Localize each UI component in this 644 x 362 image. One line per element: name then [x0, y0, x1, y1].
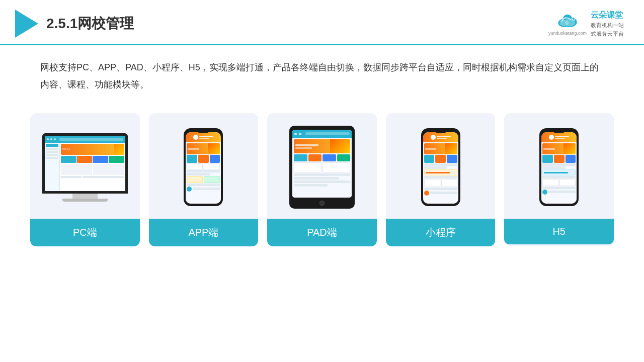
brand-logo: yunduoketang.com 云朵课堂 教育机构一站 式服务云平台 [548, 9, 624, 38]
logo-triangle-icon [15, 10, 38, 38]
card-h5-label: H5 [504, 219, 614, 244]
brand-cloud-icon: yunduoketang.com [548, 11, 587, 36]
brand-tagline2: 式服务云平台 [591, 30, 624, 38]
header-left: 2.5.1网校管理 [15, 10, 134, 38]
card-h5: H5 [504, 113, 614, 246]
header: 2.5.1网校管理 yunduoketang.com 云朵课堂 教育机构一站 [0, 0, 644, 45]
card-pad-label: PAD端 [267, 219, 377, 246]
cloud-svg-icon [554, 11, 581, 30]
brand-tagline1: 教育机构一站 [591, 21, 624, 30]
card-miniprogram-image [386, 113, 496, 219]
card-miniprogram-label: 小程序 [386, 219, 496, 246]
svg-point-5 [572, 17, 575, 20]
card-h5-image [504, 113, 614, 219]
phone-miniprogram-icon [418, 128, 463, 206]
brand-name: 云朵课堂 [591, 9, 624, 21]
card-pad: PAD端 [267, 113, 377, 246]
cards-container: 职通人的 [0, 103, 644, 246]
phone-app-icon [181, 128, 226, 206]
card-app-label: APP端 [149, 219, 259, 246]
brand-text: 云朵课堂 教育机构一站 式服务云平台 [591, 9, 624, 38]
tablet-icon [289, 126, 355, 209]
card-pc-label: PC端 [30, 219, 140, 246]
phone-h5-icon [536, 128, 582, 206]
description: 网校支持PC、APP、PAD、小程序、H5，实现多端打通，产品各终端自由切换，数… [0, 45, 644, 103]
card-pc-image: 职通人的 [30, 113, 140, 219]
card-pad-image [267, 113, 377, 219]
card-pc: 职通人的 [30, 113, 140, 246]
brand-domain: yunduoketang.com [548, 31, 587, 36]
card-miniprogram: 小程序 [386, 113, 496, 246]
pc-monitor-icon: 职通人的 [42, 133, 128, 202]
page-title-text: 2.5.1网校管理 [46, 16, 134, 31]
description-text: 网校支持PC、APP、PAD、小程序、H5，实现多端打通，产品各终端自由切换，数… [40, 59, 604, 93]
page-title: 2.5.1网校管理 [46, 14, 134, 33]
card-app-image [149, 113, 259, 219]
card-app: APP端 [149, 113, 259, 246]
